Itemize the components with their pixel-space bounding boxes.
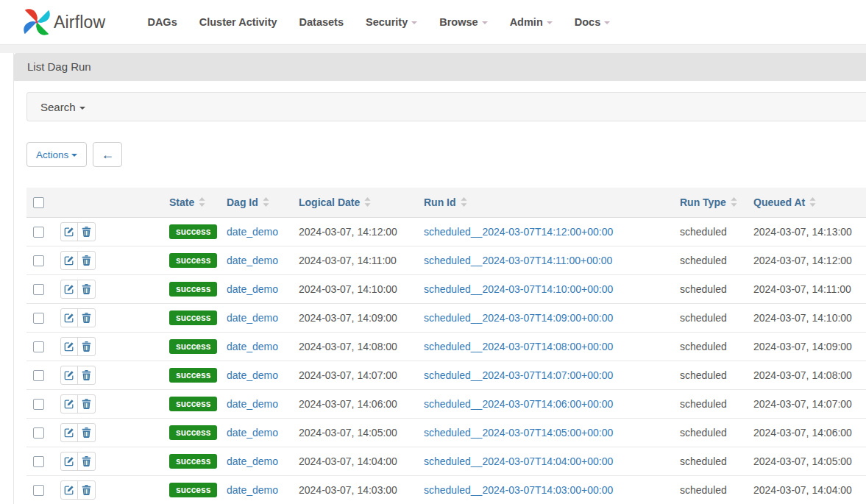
run-id-link[interactable]: scheduled__2024-03-07T14:03:00+00:00: [424, 484, 613, 496]
delete-button[interactable]: [78, 252, 95, 269]
row-checkbox[interactable]: [33, 456, 44, 467]
arrow-left-icon: ←: [101, 147, 114, 163]
column-header-state: State: [165, 188, 222, 217]
actions-toolbar: Actions ←: [26, 142, 866, 167]
row-checkbox[interactable]: [33, 399, 44, 410]
dag-id-link[interactable]: date_demo: [227, 283, 278, 295]
back-button[interactable]: ←: [93, 142, 122, 167]
dag-id-link[interactable]: date_demo: [227, 427, 278, 439]
row-checkbox[interactable]: [33, 284, 44, 295]
dag-id-link[interactable]: date_demo: [227, 455, 278, 467]
navbar-item-cluster-activity[interactable]: Cluster Activity: [188, 0, 288, 45]
delete-button[interactable]: [78, 395, 95, 413]
column-header-logical-date: Logical Date: [294, 188, 419, 217]
table-row: success date_demo 2024-03-07, 14:10:00 s…: [26, 274, 866, 303]
sort-icon[interactable]: [263, 197, 269, 207]
edit-icon: [64, 399, 74, 409]
run-id-link[interactable]: scheduled__2024-03-07T14:12:00+00:00: [424, 226, 613, 238]
actions-button[interactable]: Actions: [26, 142, 87, 167]
run-id-link[interactable]: scheduled__2024-03-07T14:10:00+00:00: [424, 283, 613, 295]
row-checkbox[interactable]: [33, 255, 44, 266]
delete-button[interactable]: [78, 481, 95, 499]
dag-id-link[interactable]: date_demo: [227, 484, 278, 496]
trash-icon: [82, 370, 91, 380]
table-row: success date_demo 2024-03-07, 14:12:00 s…: [26, 217, 866, 246]
run-id-link[interactable]: scheduled__2024-03-07T14:07:00+00:00: [424, 369, 613, 381]
dag-id-link[interactable]: date_demo: [227, 341, 278, 352]
delete-button[interactable]: [78, 338, 95, 355]
navbar-item-admin[interactable]: Admin: [499, 0, 564, 45]
navbar-item-datasets[interactable]: Datasets: [288, 0, 355, 45]
sort-icon[interactable]: [364, 197, 371, 207]
search-dropdown[interactable]: Search: [26, 92, 866, 121]
run-id-link[interactable]: scheduled__2024-03-07T14:05:00+00:00: [424, 427, 613, 439]
table-row: success date_demo 2024-03-07, 14:06:00 s…: [26, 389, 866, 418]
table-row: success date_demo 2024-03-07, 14:05:00 s…: [26, 418, 866, 447]
edit-button[interactable]: [61, 252, 78, 269]
edit-button[interactable]: [61, 452, 78, 470]
page-subbar: [0, 45, 866, 53]
edit-button[interactable]: [61, 280, 78, 298]
state-badge: success: [169, 425, 217, 440]
delete-button[interactable]: [78, 366, 95, 384]
navbar-item-dags[interactable]: DAGs: [136, 0, 188, 45]
row-checkbox[interactable]: [33, 370, 44, 381]
edit-button[interactable]: [61, 309, 78, 327]
row-checkbox[interactable]: [33, 313, 44, 324]
sort-icon[interactable]: [199, 197, 205, 207]
row-checkbox[interactable]: [33, 427, 44, 439]
run-id-link[interactable]: scheduled__2024-03-07T14:08:00+00:00: [424, 341, 613, 352]
queued-at-cell: 2024-03-07, 14:06:00: [749, 418, 866, 447]
edit-button[interactable]: [61, 338, 78, 355]
run-id-link[interactable]: scheduled__2024-03-07T14:11:00+00:00: [424, 255, 612, 266]
delete-button[interactable]: [78, 223, 95, 241]
sort-icon[interactable]: [461, 197, 467, 207]
edit-button[interactable]: [61, 366, 78, 384]
edit-button[interactable]: [61, 481, 78, 499]
column-header-dag-id: Dag Id: [222, 188, 294, 217]
caret-down-icon: [482, 21, 488, 24]
delete-button[interactable]: [78, 309, 95, 327]
logical-date-cell: 2024-03-07, 14:11:00: [294, 246, 419, 274]
dag-id-link[interactable]: date_demo: [227, 226, 278, 238]
run-id-link[interactable]: scheduled__2024-03-07T14:04:00+00:00: [424, 455, 613, 467]
run-type-cell: scheduled: [675, 332, 749, 361]
logical-date-cell: 2024-03-07, 14:03:00: [294, 475, 419, 504]
navbar-item-docs[interactable]: Docs: [564, 0, 621, 45]
dag-id-link[interactable]: date_demo: [227, 312, 278, 324]
row-checkbox[interactable]: [33, 227, 44, 238]
delete-button[interactable]: [78, 452, 95, 470]
logical-date-cell: 2024-03-07, 14:10:00: [294, 274, 419, 303]
run-id-link[interactable]: scheduled__2024-03-07T14:06:00+00:00: [424, 398, 613, 410]
table-row: success date_demo 2024-03-07, 14:08:00 s…: [26, 332, 866, 361]
delete-button[interactable]: [78, 280, 95, 298]
state-badge: success: [169, 483, 217, 497]
run-id-link[interactable]: scheduled__2024-03-07T14:09:00+00:00: [424, 312, 613, 324]
list-dag-run-panel: List Dag Run Search Actions ←: [13, 53, 866, 504]
trash-icon: [82, 313, 91, 323]
airflow-pinwheel-icon: [21, 6, 53, 38]
run-type-cell: scheduled: [675, 217, 749, 246]
edit-button[interactable]: [61, 223, 78, 241]
table-header-row: State Dag Id Logical Date: [26, 188, 866, 217]
navbar-item-browse[interactable]: Browse: [428, 0, 498, 45]
row-checkbox[interactable]: [33, 341, 44, 352]
edit-button[interactable]: [61, 395, 78, 413]
table-row: success date_demo 2024-03-07, 14:03:00 s…: [26, 475, 866, 504]
queued-at-cell: 2024-03-07, 14:05:00: [749, 447, 866, 475]
row-actions: [60, 251, 96, 270]
navbar-item-security[interactable]: Security: [355, 0, 428, 45]
queued-at-cell: 2024-03-07, 14:08:00: [749, 361, 866, 389]
select-all-checkbox[interactable]: [33, 197, 44, 208]
delete-button[interactable]: [78, 424, 95, 441]
row-checkbox[interactable]: [33, 485, 44, 496]
airflow-logo[interactable]: Airflow: [21, 6, 105, 38]
run-type-cell: scheduled: [675, 274, 749, 303]
sort-icon[interactable]: [809, 197, 816, 207]
sort-icon[interactable]: [731, 197, 737, 207]
edit-button[interactable]: [61, 424, 78, 441]
dag-id-link[interactable]: date_demo: [227, 255, 278, 266]
edit-icon: [64, 485, 74, 495]
dag-id-link[interactable]: date_demo: [227, 398, 278, 410]
dag-id-link[interactable]: date_demo: [227, 369, 278, 381]
